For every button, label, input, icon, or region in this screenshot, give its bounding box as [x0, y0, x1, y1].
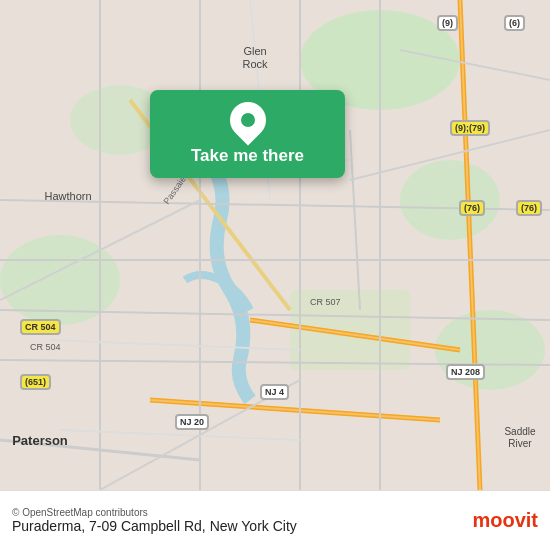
svg-text:Rock: Rock — [242, 58, 268, 70]
bottom-bar: © OpenStreetMap contributors Puraderma, … — [0, 490, 550, 550]
svg-text:Glen: Glen — [243, 45, 266, 57]
route-76-right-badge: (76) — [459, 200, 485, 216]
moovit-logo: moovit — [472, 509, 538, 532]
take-me-there-overlay[interactable]: Take me there — [150, 90, 345, 178]
nj-20-badge: NJ 20 — [175, 414, 209, 430]
location-pin-icon — [222, 95, 273, 146]
take-me-there-button[interactable]: Take me there — [191, 146, 304, 166]
svg-point-2 — [400, 160, 500, 240]
route-76-far-badge: (76) — [516, 200, 542, 216]
location-name: Puraderma, 7-09 Campbell Rd, New York Ci… — [12, 518, 297, 534]
svg-text:Paterson: Paterson — [12, 433, 68, 448]
location-info: © OpenStreetMap contributors Puraderma, … — [12, 507, 297, 534]
nj-4-badge: NJ 4 — [260, 384, 289, 400]
svg-text:CR 504: CR 504 — [30, 342, 61, 352]
map-container: Glen Rock Hawthorn Paterson Saddle River… — [0, 0, 550, 490]
osm-credit: © OpenStreetMap contributors — [12, 507, 297, 518]
svg-text:Saddle: Saddle — [504, 426, 536, 437]
route-9-badge: (9) — [437, 15, 458, 31]
route-504-badge: CR 504 — [20, 319, 61, 335]
route-651-badge: (651) — [20, 374, 51, 390]
svg-text:Hawthorn: Hawthorn — [44, 190, 91, 202]
moovit-text: moovit — [472, 509, 538, 532]
svg-text:CR 507: CR 507 — [310, 297, 341, 307]
nj-208-badge: NJ 208 — [446, 364, 485, 380]
svg-text:River: River — [508, 438, 532, 449]
route-6-badge: (6) — [504, 15, 525, 31]
route-9-79-badge: (9);(79) — [450, 120, 490, 136]
